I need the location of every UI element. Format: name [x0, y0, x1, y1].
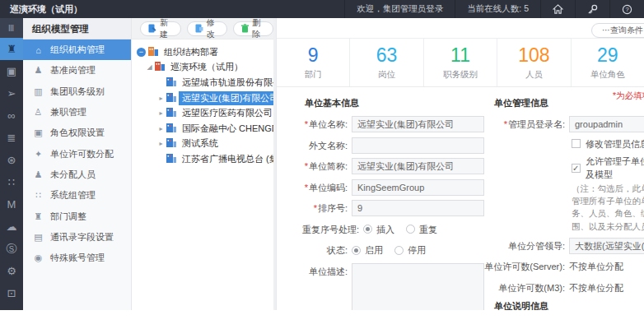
org-tree-panel: 新建 修改 删除 − 组织结构部署 ◢ — [132, 18, 273, 310]
new-doc-icon — [148, 24, 156, 33]
tree-node-env[interactable]: ◢ 巡演环境（试用） — [137, 60, 273, 76]
tree-node-company[interactable]: 江苏省广播电视总台 (集团) — [137, 151, 273, 167]
edit-doc-icon — [195, 24, 203, 33]
unit-name-input[interactable]: 远望实业(集团)有限公司 — [352, 116, 484, 132]
sidebar-item-contact-fields[interactable]: ▤通讯录字段设置 — [23, 227, 131, 248]
data-stack-icon: ≣ — [7, 132, 16, 144]
rail-item-finance[interactable]: Ⓢ — [0, 238, 23, 260]
home-button[interactable] — [540, 0, 575, 18]
stats-row: 9 部门 63 岗位 11 职务级别 108 人员 29 单位角色 — [277, 38, 644, 87]
edit-button[interactable]: 修改 — [187, 21, 228, 36]
bottom-whitespace — [0, 310, 644, 329]
tree-node-root[interactable]: − 组织结构部署 — [137, 44, 273, 60]
leader-input[interactable]: 大数据(远望实业(集团)有限公司)、大数... — [569, 238, 644, 254]
tree-node-label[interactable]: 组织结构部署 — [161, 45, 222, 59]
delete-button[interactable]: 删除 — [233, 21, 273, 36]
caret-collapsed-icon[interactable]: ▸ — [156, 140, 166, 147]
tree-node-label[interactable]: 测试系统 — [179, 137, 222, 151]
sidebar-item-license-allocation[interactable]: ✦单位许可数分配 — [23, 143, 131, 164]
field-label: 单位描述: — [288, 263, 348, 280]
field-label: 管理员登录名: — [508, 119, 565, 129]
rail-item-apps[interactable]: ∷ — [0, 171, 23, 193]
allow-manage-checkbox[interactable]: 允许管理子单位的组织及模型 — [572, 155, 644, 181]
rail-item-send[interactable]: ➢ — [0, 82, 23, 104]
level-icon: ▥ — [32, 86, 44, 97]
stat-job-levels[interactable]: 11 职务级别 — [424, 39, 497, 86]
tree-node-label[interactable]: 巡演环境（试用） — [167, 60, 246, 74]
sidebar-item-label: 组织机构管理 — [50, 44, 105, 56]
tree-node-label[interactable]: 江苏省广播电视总台 (集团) — [179, 152, 273, 166]
sidebar-item-base-post[interactable]: ♟基准岗管理 — [23, 60, 131, 81]
rail-item-integration[interactable]: ∞ — [0, 104, 23, 127]
field-modify-admin: 修改管理员信息 — [572, 137, 644, 151]
rail-item-theme[interactable]: ⊛ — [0, 149, 23, 171]
radio-insert[interactable]: 插入 — [363, 221, 394, 238]
query-conditions-button[interactable]: ⋯查询条件 — [591, 23, 644, 38]
sidebar-item-special-account[interactable]: ◉特殊账号管理 — [23, 248, 131, 268]
stat-departments[interactable]: 9 部门 — [277, 39, 350, 86]
edit-button-label: 修改 — [207, 17, 220, 40]
unit-code-input[interactable]: KingSeemGroup — [352, 179, 484, 196]
stat-value: 11 — [450, 44, 470, 67]
sidebar-item-part-time[interactable]: ♙兼职管理 — [23, 102, 131, 123]
tree-node-label[interactable]: 远望医疗医药有限公司 — [179, 106, 273, 120]
stat-label: 人员 — [525, 69, 543, 81]
help-button[interactable]: ? — [609, 0, 644, 18]
stat-posts[interactable]: 63 岗位 — [350, 39, 423, 86]
admin-login-input[interactable]: groupadmin — [569, 116, 644, 132]
stat-label: 职务级别 — [443, 69, 478, 81]
key-icon — [587, 4, 598, 15]
rail-item-settings[interactable]: ⚙ — [0, 260, 23, 282]
sidebar-item-role-permission[interactable]: ▣角色权限设置 — [23, 123, 131, 143]
tree-node-company[interactable]: ▸ 测试系统 — [137, 137, 273, 152]
rail-item-org-model[interactable]: ♜ — [0, 38, 23, 60]
checkbox-checked-icon — [572, 164, 581, 173]
rail-item-message[interactable]: ☁ — [0, 215, 23, 238]
sidebar-item-org-structure[interactable]: ⌂组织机构管理 — [23, 39, 131, 60]
rail-item-m-module[interactable]: M — [0, 193, 23, 215]
collapse-icon[interactable]: − — [137, 48, 146, 57]
unit-short-input[interactable]: 远望实业(集团)有限公司 — [352, 158, 484, 174]
sort-no-input[interactable]: 9 — [352, 200, 484, 216]
sidebar-item-label: 部门调整 — [50, 211, 86, 223]
new-button[interactable]: 新建 — [140, 21, 181, 36]
caret-expanded-icon[interactable]: ◢ — [145, 63, 154, 71]
field-label: 单位分管领导: — [483, 238, 565, 254]
foreign-name-input[interactable] — [352, 137, 484, 154]
tree-node-label[interactable]: 远望实业(集团)有限公司 — [179, 91, 273, 105]
caret-collapsed-icon[interactable]: ▸ — [156, 109, 166, 117]
field-admin-login: *管理员登录名: groupadmin — [483, 116, 644, 132]
tree-node-label[interactable]: 国际金融中心 CHENGDU IFS — [179, 122, 273, 136]
section-title-info: 单位说明信息 — [494, 300, 644, 310]
sidebar-item-system-group[interactable]: ∷系统组管理 — [23, 185, 131, 206]
tree-node-company[interactable]: ▸ 国际金融中心 CHENGDU IFS — [137, 121, 273, 137]
caret-collapsed-icon[interactable]: ▸ — [156, 95, 166, 102]
field-foreign-name: 外文名称: — [288, 137, 484, 154]
sidebar-item-department-adjust[interactable]: ♜部门调整 — [23, 206, 131, 226]
unit-description-textarea[interactable] — [352, 263, 484, 311]
tree-node-company[interactable]: ▸ 远望医疗医药有限公司 — [137, 105, 273, 121]
sidebar-item-unassigned-people[interactable]: ♟未分配人员 — [23, 164, 131, 185]
radio-enabled[interactable]: 启用 — [352, 242, 383, 258]
menu-grip-icon[interactable]: Ⅲ — [0, 18, 23, 38]
password-button[interactable] — [575, 0, 609, 18]
sidebar-item-group-job-level[interactable]: ▥集团职务级别 — [23, 81, 131, 102]
stat-people[interactable]: 108 人员 — [497, 39, 571, 86]
field-allow-manage: 允许管理子单位的组织及模型 — [572, 155, 644, 181]
field-label: 外文名称: — [288, 137, 348, 154]
caret-collapsed-icon[interactable]: ▸ — [156, 125, 166, 132]
radio-repeat[interactable]: 重复 — [406, 221, 437, 238]
checkbox-label: 修改管理员信息 — [586, 137, 644, 151]
tree-node-company-selected[interactable]: ▸ 远望实业(集团)有限公司 — [137, 90, 273, 106]
stat-value: 63 — [376, 44, 398, 67]
rail-item-data-stack[interactable]: ≣ — [0, 127, 23, 149]
tree-node-company[interactable]: 远望城市轨道股份有限公司 — [137, 75, 273, 90]
radio-disabled[interactable]: 停用 — [394, 242, 426, 258]
rail-item-workbench[interactable]: ▣ — [0, 60, 23, 82]
modify-admin-checkbox[interactable]: 修改管理员信息 — [572, 137, 644, 151]
tree-node-label[interactable]: 远望城市轨道股份有限公司 — [179, 76, 273, 90]
sidebar-title: 组织模型管理 — [23, 18, 131, 39]
company-node-icon — [166, 93, 176, 104]
rail-item-terminal[interactable]: ⊡ — [0, 282, 23, 304]
stat-unit-roles[interactable]: 29 单位角色 — [572, 39, 644, 86]
